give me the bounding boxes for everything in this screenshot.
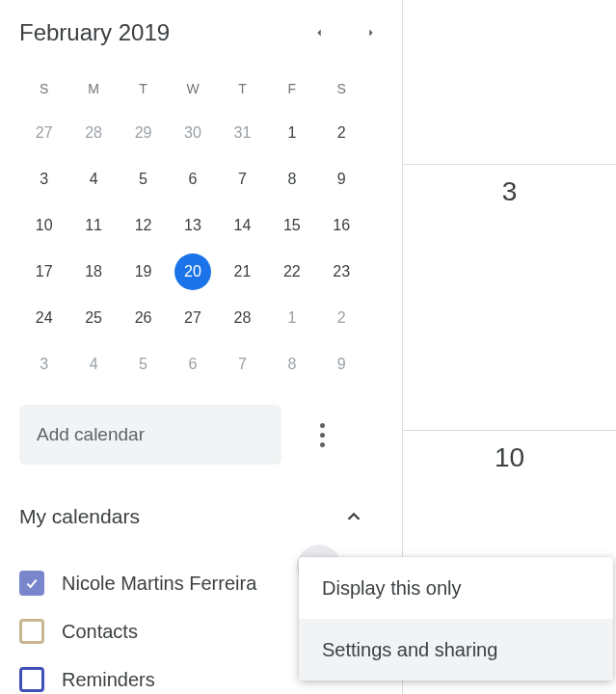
day-number: 28 (224, 300, 260, 336)
mini-calendar-day[interactable]: 6 (168, 156, 217, 202)
mini-calendar-day[interactable]: 8 (267, 341, 316, 387)
day-number: 10 (26, 207, 63, 244)
mini-calendar-day[interactable]: 26 (119, 295, 168, 341)
day-number: 31 (224, 115, 260, 151)
mini-calendar-day[interactable]: 12 (119, 202, 168, 249)
main-day-number: 10 (403, 442, 616, 473)
day-number: 19 (125, 254, 162, 290)
mini-calendar-day[interactable]: 22 (267, 249, 316, 295)
day-number: 21 (224, 254, 260, 290)
mini-calendar-day[interactable]: 5 (119, 156, 168, 202)
mini-calendar-day[interactable]: 4 (68, 156, 118, 202)
add-calendar-placeholder: Add calendar (37, 424, 145, 445)
mini-calendar-day[interactable]: 19 (119, 249, 168, 295)
mini-calendar-day[interactable]: 1 (267, 110, 316, 156)
dow-label: T (218, 67, 267, 110)
mini-calendar-day[interactable]: 13 (168, 202, 217, 249)
popup-menu-item[interactable]: Display this only (299, 557, 613, 619)
mini-calendar-day[interactable]: 3 (19, 156, 68, 202)
day-number: 6 (174, 161, 211, 198)
add-calendar-row: Add calendar (19, 405, 388, 465)
day-number: 7 (224, 161, 260, 198)
check-icon (24, 575, 40, 591)
day-number: 14 (224, 207, 260, 244)
mini-calendar-day[interactable]: 15 (267, 202, 316, 249)
calendar-name: Contacts (62, 621, 138, 643)
day-number: 13 (174, 207, 211, 244)
mini-calendar-day[interactable]: 4 (68, 341, 118, 387)
day-number: 15 (274, 207, 310, 244)
mini-calendar-day[interactable]: 9 (317, 156, 366, 202)
popup-menu-item[interactable]: Settings and sharing (299, 619, 613, 681)
mini-calendar-day[interactable]: 17 (19, 249, 68, 295)
day-number: 25 (75, 300, 112, 336)
day-number: 5 (125, 346, 162, 383)
mini-calendar-day[interactable]: 16 (317, 202, 366, 249)
my-calendars-title: My calendars (19, 505, 140, 528)
day-number: 17 (26, 254, 63, 290)
mini-calendar-day[interactable]: 2 (317, 295, 366, 341)
next-month-button[interactable] (360, 21, 383, 44)
mini-calendar-day[interactable]: 10 (19, 202, 68, 249)
day-number: 29 (125, 115, 162, 151)
mini-calendar-day[interactable]: 2 (317, 110, 366, 156)
dow-label: W (168, 67, 217, 110)
mini-calendar-day[interactable]: 23 (317, 249, 366, 295)
mini-calendar-day[interactable]: 24 (19, 295, 68, 341)
dow-label: T (119, 67, 168, 110)
mini-calendar-day[interactable]: 5 (119, 341, 168, 387)
mini-calendar-day[interactable]: 8 (267, 156, 316, 202)
mini-calendar-day[interactable]: 30 (168, 110, 217, 156)
day-number: 9 (323, 161, 360, 198)
mini-calendar-day[interactable]: 27 (19, 110, 68, 156)
mini-calendar-day[interactable]: 7 (218, 156, 267, 202)
add-calendar-input[interactable]: Add calendar (19, 405, 281, 465)
main-day-number: 3 (403, 176, 616, 207)
mini-calendar-day[interactable]: 20 (168, 249, 217, 295)
dow-label: S (317, 67, 366, 110)
day-number: 6 (174, 346, 211, 383)
mini-calendar-day[interactable]: 31 (218, 110, 267, 156)
day-number: 9 (323, 346, 360, 383)
mini-calendar-day[interactable]: 18 (68, 249, 118, 295)
day-number: 4 (75, 161, 112, 198)
chevron-left-icon (312, 26, 326, 40)
day-number: 7 (224, 346, 260, 383)
calendar-options-popup: Display this onlySettings and sharing (299, 557, 613, 681)
mini-calendar-day[interactable]: 7 (218, 341, 267, 387)
mini-calendar-day[interactable]: 6 (168, 341, 217, 387)
day-number: 3 (26, 346, 63, 383)
calendar-name: Reminders (62, 669, 155, 691)
day-number: 2 (323, 300, 360, 336)
my-calendars-header[interactable]: My calendars (19, 499, 388, 534)
mini-calendar-day[interactable]: 1 (267, 295, 316, 341)
more-vert-icon (320, 423, 325, 447)
day-number: 18 (75, 254, 112, 290)
mini-calendar-day[interactable]: 27 (168, 295, 217, 341)
day-number: 23 (323, 254, 360, 290)
mini-calendar-day[interactable]: 29 (119, 110, 168, 156)
day-number: 28 (75, 115, 112, 151)
collapse-button[interactable] (336, 499, 371, 534)
chevron-up-icon (343, 506, 364, 527)
mini-calendar-day[interactable]: 14 (218, 202, 267, 249)
mini-calendar-header: February 2019 (19, 19, 388, 46)
mini-calendar-day[interactable]: 3 (19, 341, 68, 387)
calendar-checkbox[interactable] (19, 667, 44, 692)
mini-calendar-day[interactable]: 11 (68, 202, 118, 249)
mini-calendar-day[interactable]: 28 (68, 110, 118, 156)
main-day-row[interactable]: 10 (403, 430, 616, 473)
prev-month-button[interactable] (308, 21, 331, 44)
dow-label: S (19, 67, 68, 110)
mini-calendar-title: February 2019 (19, 19, 170, 46)
mini-calendar-day[interactable]: 25 (68, 295, 118, 341)
day-number: 27 (26, 115, 63, 151)
mini-calendar-day[interactable]: 28 (218, 295, 267, 341)
calendar-checkbox[interactable] (19, 571, 44, 596)
calendar-checkbox[interactable] (19, 619, 44, 644)
day-number: 11 (75, 207, 112, 244)
mini-calendar-day[interactable]: 9 (317, 341, 366, 387)
calendar-settings-button[interactable] (303, 415, 341, 454)
mini-calendar-day[interactable]: 21 (218, 249, 267, 295)
main-day-row[interactable]: 3 (403, 164, 616, 207)
